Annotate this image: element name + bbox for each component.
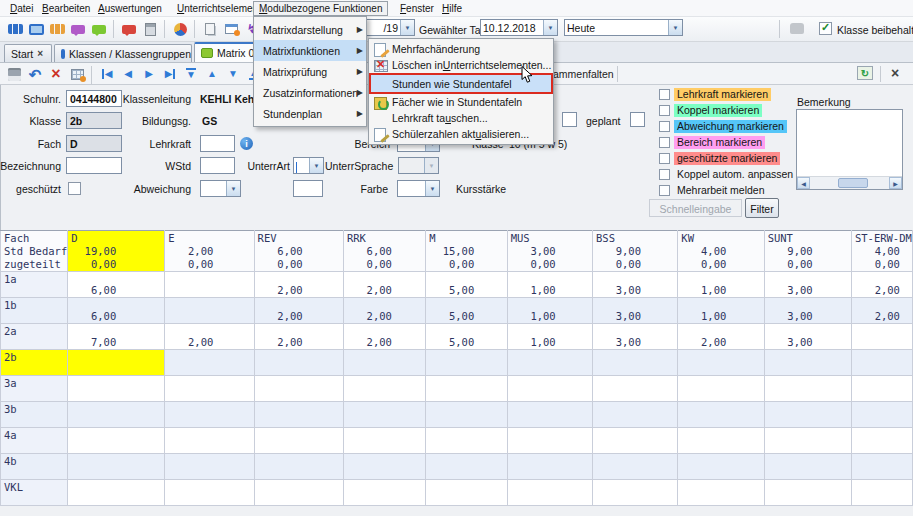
- marker-checkbox[interactable]: [659, 121, 670, 132]
- menubar-item-4[interactable]: Modulbezogene Funktionen: [253, 1, 388, 16]
- scroll-right-icon[interactable]: ▶: [889, 177, 902, 189]
- chevron-down-icon[interactable]: ▼: [226, 181, 240, 196]
- matrix-cell[interactable]: 2,00: [254, 272, 343, 298]
- matrix-column-header[interactable]: BSS9,000,00: [593, 231, 678, 272]
- matrix-column-header[interactable]: KW4,000,00: [678, 231, 764, 272]
- menu-item-1[interactable]: Matrixfunktionen▶: [254, 40, 366, 61]
- matrix-cell[interactable]: [254, 350, 343, 376]
- matrix-cell[interactable]: [507, 402, 592, 428]
- matrix-cell[interactable]: 1,00: [678, 298, 764, 324]
- matrix-cell[interactable]: [254, 480, 343, 506]
- matrix-cell[interactable]: [165, 480, 254, 506]
- matrix-row-label[interactable]: 1a: [1, 272, 68, 298]
- matrix-cell[interactable]: 2,00: [343, 272, 425, 298]
- matrix-cell[interactable]: 7,00: [68, 324, 165, 350]
- matrix-cell[interactable]: [507, 350, 592, 376]
- matrix-cell[interactable]: 1,00: [507, 298, 592, 324]
- matrix-cell[interactable]: [165, 402, 254, 428]
- matrix-cell[interactable]: [593, 376, 678, 402]
- date-select[interactable]: 10.12.2018 ▼: [480, 19, 558, 36]
- submenu-item-4[interactable]: Lehrkraft tauschen...: [369, 110, 553, 126]
- matrix-cell[interactable]: 3,00: [593, 298, 678, 324]
- matrix-cell[interactable]: [426, 480, 507, 506]
- matrix-cell[interactable]: 5,00: [426, 298, 507, 324]
- menubar-item-5[interactable]: Fenster: [395, 1, 439, 16]
- chevron-down-icon[interactable]: ▼: [309, 158, 323, 173]
- matrix-cell[interactable]: [678, 480, 764, 506]
- matrix-cell[interactable]: 2,00: [851, 272, 912, 298]
- menubar-item-1[interactable]: Bearbeiten: [37, 1, 95, 16]
- matrix-cell[interactable]: [678, 376, 764, 402]
- matrix-cell[interactable]: [165, 454, 254, 480]
- filter-button[interactable]: Filter: [745, 198, 779, 218]
- nav-prev-icon[interactable]: ◀: [118, 64, 138, 84]
- chevron-down-icon[interactable]: ▼: [543, 20, 557, 35]
- matrix-cell[interactable]: 2,00: [254, 324, 343, 350]
- matrix-cell[interactable]: [426, 428, 507, 454]
- menu-item-4[interactable]: Stundenplan▶: [254, 103, 366, 124]
- matrix-row-label[interactable]: 2a: [1, 324, 68, 350]
- matrix-cell[interactable]: 3,00: [764, 324, 851, 350]
- matrix-cell[interactable]: 6,00: [68, 272, 165, 298]
- matrix-cell[interactable]: 5,00: [426, 324, 507, 350]
- menubar-item-2[interactable]: Auswertungen: [93, 1, 167, 16]
- matrix-cell[interactable]: [593, 454, 678, 480]
- sort-top-icon[interactable]: ▼: [181, 64, 201, 84]
- matrix-cell[interactable]: 3,00: [593, 272, 678, 298]
- matrix-cell[interactable]: [764, 402, 851, 428]
- matrix-cell[interactable]: [764, 428, 851, 454]
- keep-class-checkbox[interactable]: [819, 22, 832, 35]
- matrix-column-header[interactable]: SUNT9,000,00: [764, 231, 851, 272]
- matrix-cell[interactable]: [507, 454, 592, 480]
- matrix-row-label[interactable]: VKL: [1, 480, 68, 506]
- marker-checkbox[interactable]: [659, 169, 670, 180]
- matrix-cell[interactable]: 2,00: [851, 298, 912, 324]
- matrix-cell[interactable]: 2,00: [165, 324, 254, 350]
- matrix-column-header[interactable]: MUS3,000,00: [507, 231, 592, 272]
- matrix-cell[interactable]: [165, 428, 254, 454]
- menu-item-2[interactable]: Matrixprüfung▶: [254, 61, 366, 82]
- matrix-cell[interactable]: 2,00: [678, 324, 764, 350]
- copy-icon[interactable]: [200, 19, 220, 39]
- matrix-cell[interactable]: [254, 376, 343, 402]
- matrix-cell[interactable]: 6,00: [68, 298, 165, 324]
- matrix-column-header[interactable]: REV6,000,00: [254, 231, 343, 272]
- matrix-row-label[interactable]: 4a: [1, 428, 68, 454]
- geschuetzt-checkbox[interactable]: [68, 182, 81, 195]
- nav-first-icon[interactable]: ◀: [97, 64, 117, 84]
- matrix-cell[interactable]: [678, 454, 764, 480]
- sort-up-icon[interactable]: ▲: [202, 64, 222, 84]
- lehrkraft-info-icon[interactable]: [240, 137, 253, 150]
- matrix-cell[interactable]: [343, 454, 425, 480]
- matrix-cell[interactable]: [764, 480, 851, 506]
- close-icon[interactable]: ×: [37, 48, 43, 59]
- matrix-cell[interactable]: [764, 350, 851, 376]
- submenu-item-3[interactable]: Fächer wie in Stundentafeln: [369, 94, 553, 110]
- matrix-cell[interactable]: [343, 350, 425, 376]
- tab-start[interactable]: Start ×: [4, 44, 52, 62]
- matrix-cell[interactable]: [426, 454, 507, 480]
- matrix-cell[interactable]: 1,00: [507, 324, 592, 350]
- pie-chart-icon[interactable]: [170, 19, 190, 39]
- matrix-cell[interactable]: [851, 402, 912, 428]
- matrix-cell[interactable]: [851, 428, 912, 454]
- scrollbar-thumb[interactable]: [838, 178, 868, 188]
- matrix-cell[interactable]: 2,00: [254, 298, 343, 324]
- chevron-down-icon[interactable]: ▼: [425, 181, 439, 196]
- collapse-button-fragment[interactable]: ammenfalten: [553, 68, 614, 80]
- chevron-down-icon[interactable]: ▼: [400, 20, 414, 35]
- matrix-cell[interactable]: [68, 480, 165, 506]
- horizontal-scrollbar[interactable]: ◀ ▶: [797, 176, 902, 189]
- matrix-cell[interactable]: [678, 428, 764, 454]
- matrix-row-label[interactable]: 1b: [1, 298, 68, 324]
- undo-icon[interactable]: ↶: [25, 64, 45, 84]
- matrix-cell[interactable]: [764, 454, 851, 480]
- geplant-field-1[interactable]: [562, 112, 577, 127]
- save-icon[interactable]: [4, 64, 24, 84]
- lehrkraft-input[interactable]: [200, 135, 235, 152]
- abweichung-extra-field[interactable]: [293, 180, 323, 197]
- matrix-cell[interactable]: 3,00: [764, 298, 851, 324]
- matrix-cell[interactable]: [68, 428, 165, 454]
- matrix-cell[interactable]: [68, 402, 165, 428]
- menubar-item-0[interactable]: Datei: [5, 1, 38, 16]
